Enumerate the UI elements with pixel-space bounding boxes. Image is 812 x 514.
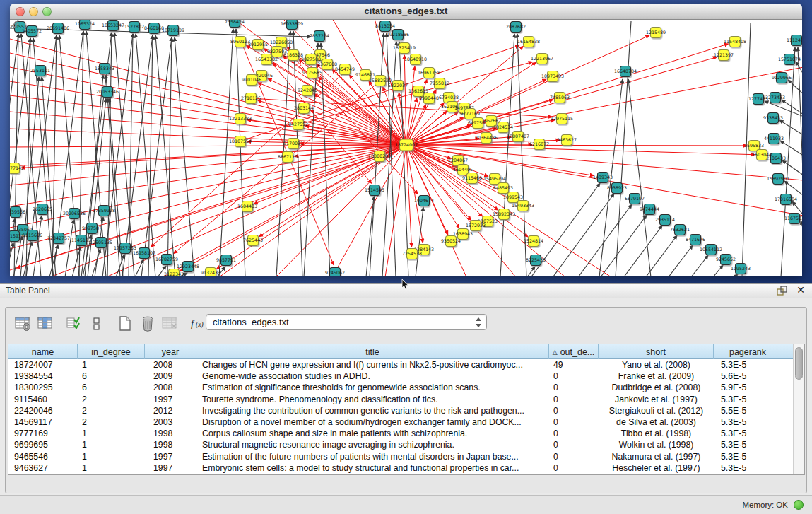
network-window-title: citations_edges.txt [10, 6, 802, 16]
cell-name: 18300295 [8, 382, 78, 392]
cell-title: Genome-wide association studies in ADHD. [196, 371, 549, 381]
cell-pagerank: 5.6E-5 [714, 371, 782, 381]
cell-in_degree: 2 [78, 417, 145, 427]
cell-pagerank: 5.3E-5 [714, 360, 782, 370]
close-panel-icon[interactable]: ✕ [796, 284, 805, 296]
cell-pagerank: 5.9E-5 [714, 382, 782, 392]
memory-ok-icon [794, 500, 804, 510]
float-panel-icon[interactable] [777, 286, 788, 296]
svg-text:f: f [191, 319, 195, 329]
cell-pagerank: 5.3E-5 [714, 452, 782, 462]
cell-title: Corpus callosum shape and size in male p… [196, 428, 549, 438]
column-header-name[interactable]: name [8, 344, 78, 359]
column-header-short[interactable]: short [599, 344, 714, 359]
cell-pagerank: 5.3E-5 [714, 417, 782, 427]
cell-name: 19384554 [8, 371, 78, 381]
delete-table-disabled-button [160, 314, 181, 334]
cytoscape-desktop: citations_edges.txt 24055721405572206914… [0, 0, 812, 283]
table-row[interactable]: 946362711997Embryonic stem cells: a mode… [8, 462, 793, 474]
cell-in_degree: 1 [78, 360, 145, 370]
cell-short: Stergiakouli et al. (2012) [599, 406, 714, 416]
cell-out_de: 49 [549, 360, 599, 370]
cell-in_degree: 1 [78, 428, 145, 438]
memory-status-label: Memory: OK [742, 501, 788, 509]
cell-name: 22420046 [8, 406, 78, 416]
table-panel-body: f (x) citations_edges.txt namein_degreey… [5, 307, 807, 493]
cell-in_degree: 6 [78, 382, 145, 392]
column-header-year[interactable]: year [145, 344, 196, 359]
cell-name: 14569117 [8, 417, 78, 427]
network-canvas[interactable]: 2405572140557220691406106532410653247152… [10, 20, 802, 276]
column-header-title[interactable]: title [196, 344, 549, 359]
mouse-cursor [401, 279, 410, 291]
cell-title: Structural magnetic resonance image aver… [196, 440, 549, 450]
node-table-header: namein_degreeyeartitle△out_de...shortpag… [8, 344, 793, 359]
table-row[interactable]: 946554611997Estimation of the future num… [8, 451, 793, 462]
cell-short: Jankovic et al. (1997) [599, 395, 714, 404]
select-checks-button[interactable] [64, 314, 85, 334]
column-settings-button[interactable] [13, 314, 34, 334]
cell-name: 18724007 [8, 360, 78, 370]
cell-short: Dudbridge et al. (2008) [599, 382, 714, 392]
column-header-in_degree[interactable]: in_degree [78, 344, 145, 359]
cell-in_degree: 1 [78, 463, 145, 473]
table-row[interactable]: 911546021997Tourette syndrome. Phenomeno… [8, 394, 793, 405]
table-row[interactable]: 2242004622012Investigating the contribut… [8, 405, 793, 416]
cell-name: 9465546 [8, 452, 78, 462]
network-window-titlebar[interactable]: citations_edges.txt [10, 4, 802, 20]
cell-name: 9115460 [8, 395, 78, 404]
column-header-out_de[interactable]: △out_de... [549, 344, 599, 359]
cell-out_de: 0 [549, 406, 599, 416]
new-file-button[interactable] [114, 314, 136, 334]
table-row[interactable]: 1830029562008Estimation of significance … [8, 382, 793, 393]
network-window[interactable]: citations_edges.txt 24055721405572206914… [10, 4, 802, 276]
show-columns-button[interactable] [35, 314, 57, 334]
cell-name: 9463627 [8, 463, 78, 473]
table-row[interactable]: 1456911722003Disruption of a novel membe… [8, 416, 793, 428]
cell-short: Franke et al. (2009) [599, 371, 714, 381]
cell-out_de: 0 [549, 452, 599, 462]
status-bar: Memory: OK [0, 495, 812, 514]
table-row[interactable]: 969969511998Structural magnetic resonanc… [8, 439, 793, 450]
resize-grip-icon[interactable] [10, 20, 800, 274]
cell-out_de: 0 [549, 463, 599, 473]
cell-year: 1998 [145, 428, 196, 438]
cell-year: 2003 [145, 417, 196, 427]
cell-out_de: 0 [549, 395, 599, 404]
cell-title: Estimation of significance thresholds fo… [196, 382, 549, 392]
cell-year: 1998 [145, 440, 196, 450]
scrollbar-thumb[interactable] [795, 347, 803, 380]
vertical-scrollbar[interactable] [793, 344, 804, 474]
table-row[interactable]: 1872400712008Changes of HCN gene express… [8, 359, 793, 370]
cell-short: Wolkin et al. (1998) [599, 440, 714, 450]
table-toolbar: f (x) [13, 313, 211, 334]
table-panel-title: Table Panel [6, 286, 50, 296]
table-source-combobox[interactable]: citations_edges.txt [206, 314, 487, 330]
cell-name: 9699695 [8, 440, 78, 450]
cell-pagerank: 5.3E-5 [714, 463, 782, 473]
cell-year: 1997 [145, 463, 196, 473]
table-row[interactable]: 977716911998Corpus callosum shape and si… [8, 428, 793, 439]
cell-short: Hescheler et al. (1997) [599, 463, 714, 473]
svg-text:(x): (x) [196, 321, 204, 329]
cell-year: 2008 [145, 382, 196, 392]
table-source-value: citations_edges.txt [213, 317, 289, 327]
cell-short: de Silva et al. (2003) [599, 417, 714, 427]
cell-out_de: 0 [549, 440, 599, 450]
sort-ascending-icon: △ [553, 349, 558, 356]
table-row[interactable]: 1938455462009Genome-wide association stu… [8, 370, 793, 382]
cell-in_degree: 6 [78, 371, 145, 381]
cell-title: Changes of HCN gene expression and I(f) … [196, 360, 549, 370]
node-table-body: 1872400712008Changes of HCN gene express… [8, 359, 793, 474]
cell-title: Embryonic stem cells: a model to study s… [196, 463, 549, 473]
combobox-stepper-icon[interactable] [475, 317, 481, 328]
rows-button[interactable] [86, 314, 107, 334]
cell-short: Nakamura et al. (1997) [599, 452, 714, 462]
cell-title: Disruption of a novel member of a sodium… [196, 417, 549, 427]
cell-year: 2012 [145, 406, 196, 416]
cell-pagerank: 5.3E-5 [714, 440, 782, 450]
cell-pagerank: 5.3E-5 [714, 428, 782, 438]
cell-title: Investigating the contribution of common… [196, 406, 549, 416]
column-header-pagerank[interactable]: pagerank [714, 344, 782, 359]
delete-button[interactable] [137, 314, 158, 334]
